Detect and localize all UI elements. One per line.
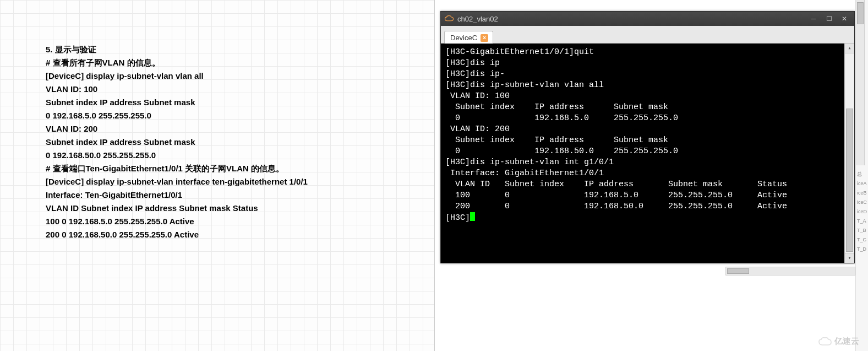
close-button[interactable]: ✕ [837, 13, 852, 25]
term-line: 200 0 192.168.50.0 255.255.255.0 Active [445, 201, 850, 212]
doc-line: VLAN ID: 200 [46, 122, 431, 136]
term-line: VLAN ID: 200 [445, 124, 850, 135]
outer-scroll-thumb[interactable] [857, 2, 864, 24]
term-line: [H3C]dis ip [445, 58, 850, 69]
term-line: 0 192.168.5.0 255.255.255.0 [445, 113, 850, 124]
doc-line: Subnet index IP address Subnet mask [46, 96, 431, 109]
tab-label: DeviceC [450, 34, 477, 42]
term-prompt: [H3C] [445, 213, 470, 223]
doc-line: 200 0 192.168.50.0 255.255.255.0 Active [46, 228, 431, 241]
term-line: [H3C]dis ip- [445, 69, 850, 80]
cursor-icon [470, 212, 475, 221]
outer-horizontal-scrollbar[interactable] [725, 267, 855, 276]
term-line: [H3C-GigabitEthernet1/0/1]quit [445, 47, 850, 58]
watermark-text: 亿速云 [834, 336, 859, 347]
terminal-window: ch02_vlan02 ─ ☐ ✕ DeviceC × [H3C-Gigabit… [440, 11, 855, 263]
scroll-track[interactable] [845, 53, 854, 253]
term-line: [H3C]dis ip-subnet-vlan int g1/0/1 [445, 157, 850, 168]
doc-line: VLAN ID Subnet index IP address Subnet m… [46, 202, 431, 215]
edge-label: 总 [857, 170, 867, 179]
doc-line: [DeviceC] display ip-subnet-vlan interfa… [46, 175, 431, 188]
outer-vertical-scrollbar[interactable] [856, 0, 865, 165]
window-title: ch02_vlan02 [457, 15, 806, 23]
term-line: 100 0 192.168.5.0 255.255.255.0 Active [445, 190, 850, 201]
doc-line: Subnet index IP address Subnet mask [46, 136, 431, 149]
term-line: 0 192.168.50.0 255.255.255.0 [445, 146, 850, 157]
terminal-scrollbar[interactable]: ▴ ▾ [844, 44, 854, 263]
term-prompt-line: [H3C] [445, 212, 850, 224]
scroll-thumb[interactable] [846, 109, 853, 252]
term-line: VLAN ID Subnet index IP address Subnet m… [445, 179, 850, 190]
cloud-icon [444, 15, 454, 23]
doc-line: 5. 显示与验证 [46, 43, 431, 56]
edge-label: T_B [857, 226, 867, 235]
edge-label: iceA [857, 179, 867, 188]
scroll-down-icon[interactable]: ▾ [845, 253, 854, 263]
minimize-button[interactable]: ─ [806, 13, 821, 25]
edge-label: iceC [857, 198, 867, 207]
term-line: Subnet index IP address Subnet mask [445, 102, 850, 113]
edge-label: T_D [857, 245, 867, 254]
tab-bar: DeviceC × [441, 26, 854, 44]
watermark-cloud-icon [818, 337, 832, 347]
doc-line: 0 192.168.5.0 255.255.255.0 [46, 109, 431, 122]
doc-line: VLAN ID: 100 [46, 83, 431, 96]
tab-devicec[interactable]: DeviceC × [444, 31, 493, 44]
document-text: 5. 显示与验证 # 查看所有子网VLAN 的信息。 [DeviceC] dis… [46, 43, 431, 241]
edge-label: T_A [857, 217, 867, 226]
right-edge-panel: 总 iceA iceB iceC iceD T_A T_B T_C T_D [855, 0, 868, 351]
term-line: [H3C]dis ip-subnet-vlan vlan all [445, 80, 850, 91]
scroll-up-icon[interactable]: ▴ [845, 44, 854, 53]
doc-line: 100 0 192.168.5.0 255.255.255.0 Active [46, 215, 431, 228]
watermark: 亿速云 [818, 336, 859, 347]
doc-line: 0 192.168.50.0 255.255.255.0 [46, 149, 431, 162]
doc-line: [DeviceC] display ip-subnet-vlan vlan al… [46, 69, 431, 83]
edge-label: T_C [857, 235, 867, 245]
term-line: Subnet index IP address Subnet mask [445, 135, 850, 146]
right-edge-labels: 总 iceA iceB iceC iceD T_A T_B T_C T_D [857, 170, 867, 254]
doc-line: # 查看所有子网VLAN 的信息。 [46, 56, 431, 69]
window-titlebar[interactable]: ch02_vlan02 ─ ☐ ✕ [441, 12, 854, 26]
doc-line: # 查看端口Ten-GigabitEthernet1/0/1 关联的子网VLAN… [46, 162, 431, 175]
term-line: Interface: GigabitEthernet1/0/1 [445, 168, 850, 179]
edge-label: iceB [857, 188, 867, 198]
maximize-button[interactable]: ☐ [821, 13, 837, 25]
outer-hscroll-thumb[interactable] [727, 268, 749, 274]
tab-close-icon[interactable]: × [481, 34, 488, 42]
terminal-body[interactable]: [H3C-GigabitEthernet1/0/1]quit [H3C]dis … [441, 44, 854, 263]
term-line: VLAN ID: 100 [445, 91, 850, 102]
edge-label: iceD [857, 207, 867, 217]
doc-line: Interface: Ten-GigabitEthernet1/0/1 [46, 188, 431, 202]
